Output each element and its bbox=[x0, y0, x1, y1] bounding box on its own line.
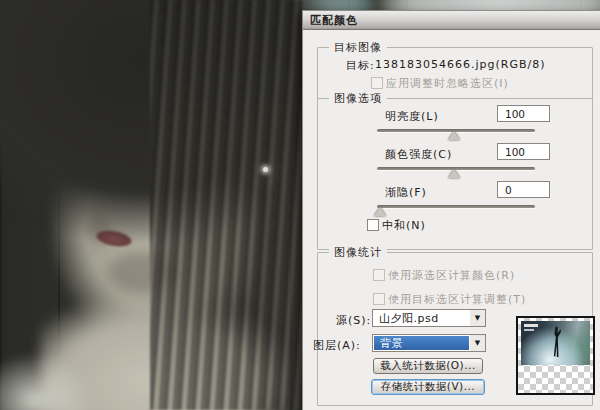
source-dropdown-value: 山夕阳.psd bbox=[373, 310, 470, 326]
use-source-selection-label: 使用源选区计算颜色(R) bbox=[388, 268, 515, 283]
use-target-selection-label: 使用目标选区计算调整(T) bbox=[388, 292, 526, 307]
source-preview-image bbox=[521, 321, 590, 365]
save-statistics-button[interactable]: 存储统计数据(V)... bbox=[371, 379, 485, 395]
fade-label: 渐隐(F) bbox=[385, 185, 427, 200]
color-intensity-label: 颜色强度(C) bbox=[385, 147, 452, 162]
luminance-input[interactable] bbox=[497, 105, 550, 122]
fade-slider-track[interactable] bbox=[377, 205, 535, 208]
target-filename: 138183054666.jpg(RGB/8) bbox=[375, 58, 546, 71]
neutralize-label: 中和(N) bbox=[382, 218, 426, 233]
image-statistics-group-label: 图像统计 bbox=[329, 245, 387, 260]
thumbnail-text-line bbox=[524, 324, 538, 327]
target-label: 目标: bbox=[346, 58, 375, 73]
target-image-group-label: 目标图像 bbox=[329, 40, 387, 55]
color-intensity-slider[interactable] bbox=[377, 165, 535, 177]
match-color-dialog: 匹配颜色 目标图像 目标: 138183054666.jpg(RGB/8) 应用… bbox=[302, 10, 600, 410]
fade-slider[interactable] bbox=[377, 203, 535, 215]
neutralize-checkbox[interactable] bbox=[367, 219, 379, 231]
load-statistics-button[interactable]: 载入统计数据(O)... bbox=[373, 358, 483, 374]
dialog-title: 匹配颜色 bbox=[310, 13, 358, 28]
layer-dropdown[interactable]: 背景 ▼ bbox=[372, 334, 486, 352]
dancer-silhouette bbox=[553, 326, 561, 357]
color-intensity-slider-thumb[interactable] bbox=[448, 169, 460, 178]
source-label: 源(S): bbox=[336, 313, 371, 328]
photoshop-canvas: 匹配颜色 目标图像 目标: 138183054666.jpg(RGB/8) 应用… bbox=[0, 0, 600, 410]
luminance-label: 明亮度(L) bbox=[385, 109, 439, 124]
color-intensity-input[interactable] bbox=[497, 143, 550, 160]
luminance-slider-thumb[interactable] bbox=[448, 131, 460, 140]
chevron-down-icon[interactable]: ▼ bbox=[470, 310, 485, 326]
fade-input[interactable] bbox=[497, 181, 550, 198]
use-source-selection-checkbox bbox=[373, 269, 385, 281]
use-target-selection-checkbox bbox=[373, 293, 385, 305]
source-preview-thumbnail bbox=[516, 316, 595, 395]
image-options-group-label: 图像选项 bbox=[329, 91, 387, 106]
ignore-selection-checkbox bbox=[371, 77, 383, 89]
ignore-selection-label: 应用调整时忽略选区(I) bbox=[386, 76, 509, 91]
thumbnail-text-line bbox=[524, 329, 534, 331]
source-dropdown[interactable]: 山夕阳.psd ▼ bbox=[372, 309, 486, 327]
chevron-down-icon[interactable]: ▼ bbox=[470, 335, 485, 351]
fade-slider-thumb[interactable] bbox=[374, 207, 386, 216]
layer-label: 图层(A): bbox=[313, 338, 361, 353]
dialog-titlebar[interactable]: 匹配颜色 bbox=[303, 11, 600, 30]
luminance-slider[interactable] bbox=[377, 127, 535, 139]
layer-dropdown-value: 背景 bbox=[374, 336, 469, 350]
